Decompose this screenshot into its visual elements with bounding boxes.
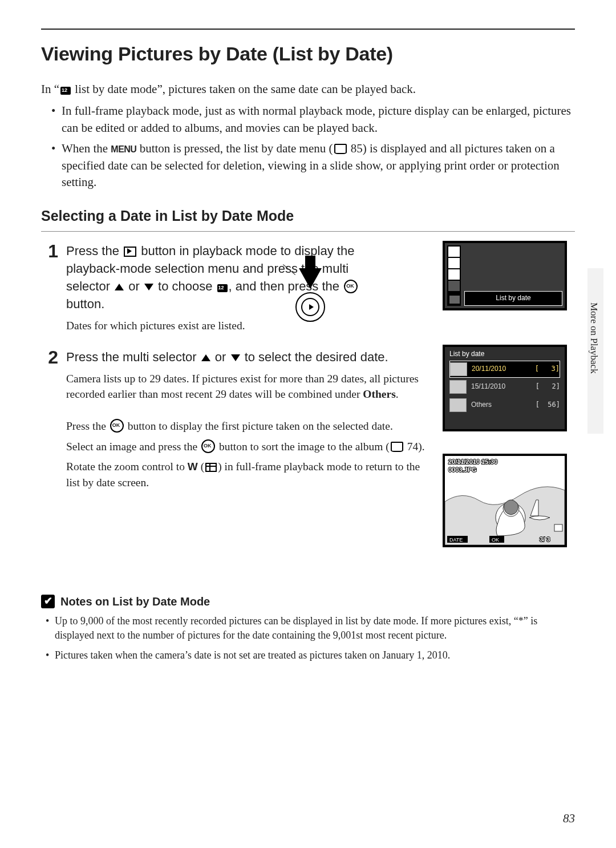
intro-text: In “ list by date mode”, pictures taken … bbox=[41, 81, 575, 98]
note-item: Pictures taken when the camera’s date is… bbox=[41, 648, 575, 663]
body-bullet: When the MENU button is pressed, the lis… bbox=[41, 140, 575, 191]
step-note: Press the button to display the first pi… bbox=[66, 418, 432, 434]
photo-counter: 3/ 3 bbox=[540, 536, 550, 543]
menu-icon-item bbox=[448, 247, 460, 257]
selector-control-illustration bbox=[293, 256, 327, 313]
w-icon: W bbox=[188, 461, 198, 473]
step-instruction: Press the button in playback mode to dis… bbox=[66, 242, 381, 313]
down-icon bbox=[231, 354, 240, 361]
body-bullet: In full-frame playback mode, just as wit… bbox=[41, 103, 575, 137]
step-number: 1 bbox=[41, 242, 58, 334]
calendar-icon bbox=[217, 284, 228, 292]
photo-filename: 0003.JPG bbox=[448, 466, 477, 473]
page-title: Viewing Pictures by Date (List by Date) bbox=[41, 40, 575, 67]
ok-icon bbox=[110, 419, 124, 433]
menu-icon-item bbox=[448, 258, 460, 268]
svg-rect-5 bbox=[554, 524, 562, 531]
step-number: 2 bbox=[41, 348, 58, 490]
ok-icon bbox=[201, 439, 215, 453]
play-icon bbox=[124, 247, 136, 257]
book-icon bbox=[334, 144, 347, 154]
menu-icon-item bbox=[448, 269, 460, 280]
screen-list-by-date: List by date 20/11/2010 [ 3] 15/11/2010 … bbox=[443, 345, 567, 431]
table-row: 20/11/2010 [ 3] bbox=[449, 361, 560, 378]
ok-icon bbox=[344, 280, 358, 293]
step-note: Rotate the zoom control to W () in full-… bbox=[66, 459, 432, 490]
table-row: 15/11/2010 [ 2] bbox=[449, 379, 560, 395]
note-item: Up to 9,000 of the most recently recorde… bbox=[41, 614, 575, 643]
calendar-icon bbox=[60, 87, 71, 95]
step-note: Camera lists up to 29 dates. If pictures… bbox=[66, 371, 432, 402]
book-icon bbox=[391, 442, 403, 452]
screen-playback-menu: List by date bbox=[443, 241, 567, 310]
menu-icon-item bbox=[448, 281, 460, 291]
date-badge: DATE bbox=[449, 537, 463, 543]
screen-photo-preview: 20/11/2010 15:30 0003.JPG DATE OK 3/ 3 bbox=[443, 454, 567, 547]
step-note: Dates for which pictures exist are liste… bbox=[66, 318, 381, 334]
up-icon bbox=[201, 354, 210, 361]
table-row: Others [ 56] bbox=[449, 397, 560, 413]
up-icon bbox=[115, 284, 124, 290]
down-icon bbox=[144, 284, 153, 290]
menu-icon: MENU bbox=[111, 144, 136, 154]
thumbnail-grid-icon bbox=[205, 463, 217, 472]
notes-title: Notes on List by Date Mode bbox=[60, 593, 210, 609]
side-tab-label: More on Playback bbox=[587, 302, 601, 374]
selected-menu-label: List by date bbox=[464, 291, 562, 306]
thumbnail-icon bbox=[450, 362, 467, 376]
thumbnail-icon bbox=[449, 398, 467, 412]
step-note: Select an image and press the button to … bbox=[66, 439, 432, 455]
photo-timestamp: 20/11/2010 15:30 bbox=[448, 458, 497, 465]
check-icon: ✔ bbox=[41, 595, 55, 608]
screen-title: List by date bbox=[449, 349, 484, 359]
section-title: Selecting a Date in List by Date Mode bbox=[41, 206, 575, 232]
page-number: 83 bbox=[563, 810, 575, 827]
thumbnail-icon bbox=[449, 380, 467, 394]
step-instruction: Press the multi selector or to select th… bbox=[66, 348, 432, 366]
ok-badge: OK bbox=[492, 537, 499, 543]
